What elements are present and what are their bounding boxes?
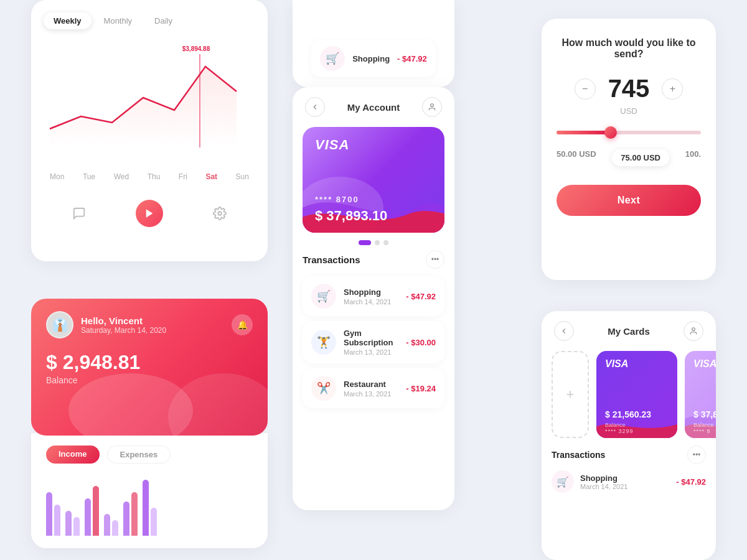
hello-user: 👔 Hello, Vincent Saturday, March 14, 202…	[46, 311, 166, 338]
transactions-section: Transactions ••• 🛒 Shopping March 14, 20…	[293, 250, 454, 408]
cards-back-button[interactable]	[554, 321, 574, 341]
cards-shopping-amount: - $47.92	[676, 477, 706, 487]
chart-area: $3,894.88	[44, 42, 255, 166]
day-sun: Sun	[236, 172, 249, 181]
account-card: My Account VISA **** 8700 $ 37,893.10	[293, 87, 454, 510]
account-title: My Account	[347, 102, 400, 113]
tab-weekly[interactable]: Weekly	[44, 12, 92, 29]
more-button[interactable]: •••	[426, 250, 444, 269]
tab-daily[interactable]: Daily	[144, 12, 182, 29]
slider-fill	[557, 131, 607, 134]
cards-shopping-info: Shopping March 14, 2021	[580, 474, 670, 490]
slider-thumb[interactable]	[604, 126, 617, 139]
amount-currency: USD	[557, 106, 701, 116]
user-icon[interactable]	[422, 97, 442, 117]
hello-bottom: Income Expenses	[31, 433, 268, 548]
day-thu: Thu	[148, 172, 161, 181]
partial-tx-info: Shopping	[352, 54, 390, 63]
hello-name: Hello, Vincent	[81, 315, 166, 326]
gym-date: March 13, 2021	[344, 348, 398, 356]
dot-2[interactable]	[375, 240, 380, 245]
amount-value: 745	[608, 75, 650, 103]
next-button[interactable]: Next	[557, 185, 701, 216]
gym-info: Gym Subscription March 13, 2021	[344, 329, 398, 356]
chart-tabs: Weekly Monthly Daily	[44, 12, 255, 29]
cards-tx-shopping: 🛒 Shopping March 14, 2021 - $47.92	[552, 470, 706, 493]
mini-visa-logo-2: VISA	[693, 358, 716, 370]
day-sat: Sat	[205, 172, 217, 181]
preset-100[interactable]: 100.	[685, 149, 701, 166]
chart-card: Weekly Monthly Daily $3,894.88 Mon	[31, 0, 268, 261]
hello-header: 👔 Hello, Vincent Saturday, March 14, 202…	[31, 299, 268, 436]
transactions-header: Transactions •••	[303, 250, 444, 269]
play-icon[interactable]	[136, 200, 163, 227]
cards-user-icon[interactable]	[684, 321, 703, 341]
send-title: How much would you like to send?	[557, 37, 701, 60]
card-indicators	[293, 233, 454, 250]
restaurant-amount: - $19.24	[406, 384, 436, 393]
shopping-date: March 14, 2021	[344, 298, 398, 306]
shopping-icon: 🛒	[311, 284, 336, 309]
tab-monthly[interactable]: Monthly	[94, 12, 143, 29]
mini-card-purple[interactable]: VISA $ 21,560.23 Balance **** 3299	[596, 351, 677, 438]
hello-date: Saturday, March 14, 2020	[81, 326, 166, 335]
preset-75[interactable]: 75.00 USD	[612, 149, 669, 166]
restaurant-date: March 13, 2021	[344, 390, 398, 398]
cards-card: My Cards + VISA $ 21,560.23 Balance ****…	[542, 311, 716, 560]
mini-visa-logo-1: VISA	[605, 358, 628, 370]
gym-name: Gym Subscription	[344, 329, 398, 347]
cards-shopping-date: March 14, 2021	[580, 483, 670, 490]
partial-transaction: 🛒 Shopping - $47.92	[311, 40, 436, 77]
svg-marker-0	[50, 67, 237, 147]
shopping-info: Shopping March 14, 2021	[344, 287, 398, 306]
mini-card-pink[interactable]: VISA $ 37,8 Balance **** 8	[685, 351, 716, 438]
balance-label: Balance	[46, 375, 253, 385]
expenses-tab[interactable]: Expenses	[107, 446, 171, 464]
back-button[interactable]	[305, 97, 325, 117]
cards-header: My Cards	[542, 311, 716, 351]
cards-scroll: + VISA $ 21,560.23 Balance **** 3299 VIS…	[542, 351, 716, 438]
day-mon: Mon	[50, 172, 64, 181]
dot-3[interactable]	[383, 240, 388, 245]
income-tabs: Income Expenses	[46, 446, 253, 464]
day-fri: Fri	[179, 172, 187, 181]
gym-amount: - $30.00	[406, 338, 436, 347]
mini-card-number-1: **** 3299	[605, 428, 634, 434]
restaurant-name: Restaurant	[344, 380, 398, 389]
balance-amount: $ 2,948.81	[46, 351, 253, 374]
amount-presets: 50.00 USD 75.00 USD 100.	[557, 149, 701, 166]
settings-icon[interactable]	[206, 200, 233, 227]
income-tab[interactable]: Income	[46, 446, 100, 464]
dot-1[interactable]	[359, 240, 371, 245]
mini-card-label-2: Balance	[693, 422, 714, 428]
card-number: **** 8700	[315, 195, 359, 204]
bar-chart	[46, 474, 253, 536]
shopping-name: Shopping	[344, 287, 398, 297]
chart-actions	[44, 200, 255, 227]
mini-card-balance-2: $ 37,8	[693, 409, 716, 419]
visa-card: VISA **** 8700 $ 37,893.10	[303, 127, 444, 233]
chat-icon[interactable]	[65, 200, 93, 227]
balance-section: $ 2,948.81 Balance	[46, 351, 253, 385]
send-card: How much would you like to send? − 745 +…	[542, 19, 716, 280]
preset-50[interactable]: 50.00 USD	[557, 149, 596, 166]
cards-tx-title: Transactions	[552, 450, 605, 460]
shopping-amount: - $47.92	[406, 292, 436, 301]
add-card-button[interactable]: +	[552, 351, 589, 438]
amount-slider[interactable]	[557, 131, 701, 134]
hello-card: 👔 Hello, Vincent Saturday, March 14, 202…	[31, 299, 268, 560]
cards-tx-header: Transactions •••	[552, 446, 706, 464]
decrease-button[interactable]: −	[575, 78, 596, 100]
svg-marker-3	[146, 209, 153, 218]
day-tue: Tue	[83, 172, 95, 181]
top-partial-card: 🛒 Shopping - $47.92	[293, 0, 454, 87]
cards-more-button[interactable]: •••	[687, 446, 706, 464]
svg-point-5	[431, 104, 434, 107]
transaction-item-shopping: 🛒 Shopping March 14, 2021 - $47.92	[303, 276, 444, 316]
svg-text:$3,894.88: $3,894.88	[182, 45, 210, 52]
partial-tx-amount: - $47.92	[397, 54, 427, 63]
cards-shopping-icon: 🛒	[552, 470, 574, 493]
transaction-item-restaurant: ✂️ Restaurant March 13, 2021 - $19.24	[303, 368, 444, 408]
bell-icon[interactable]: 🔔	[232, 314, 253, 335]
increase-button[interactable]: +	[662, 78, 683, 100]
